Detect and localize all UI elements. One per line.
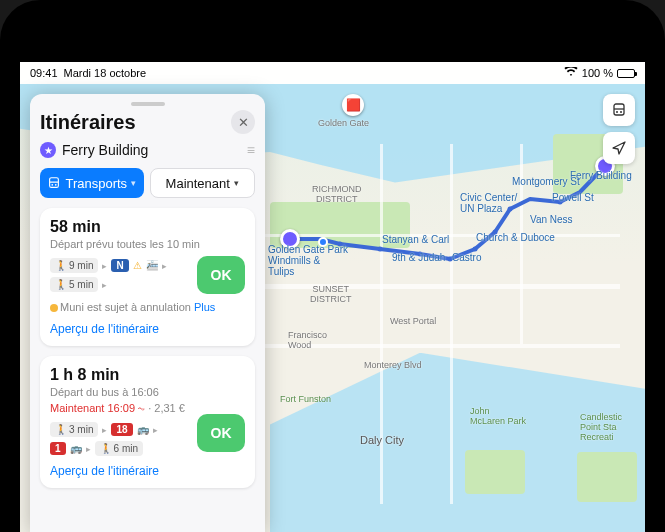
route-option-2[interactable]: 1 h 8 min Départ du bus à 16:06 Maintena… (40, 356, 255, 488)
label-church-duboce[interactable]: Church & Duboce (476, 232, 555, 243)
park-mclaren (465, 450, 525, 494)
route-option-1[interactable]: 58 min Départ prévu toutes les 10 min 🚶 … (40, 208, 255, 346)
route2-subtitle: Départ du bus à 16:06 (50, 386, 245, 398)
label-richmond: RICHMOND DISTRICT (312, 184, 362, 204)
go-button-1[interactable]: OK (197, 256, 245, 294)
label-9th-judah[interactable]: 9th & Judah (392, 252, 445, 263)
bus-icon: 🚌 (137, 424, 149, 435)
svg-point-4 (473, 247, 478, 252)
train-icon: 🚈 (146, 260, 158, 271)
label-daly: Daly City (360, 434, 404, 446)
svg-point-13 (52, 184, 54, 186)
label-stanyan[interactable]: Stanyan & Carl (382, 234, 449, 245)
preview-route-2[interactable]: Aperçu de l'itinéraire (50, 464, 245, 478)
label-mclaren: John McLaren Park (470, 406, 526, 426)
status-time: 09:41 (30, 67, 58, 79)
wifi-icon (564, 67, 578, 79)
destination-row[interactable]: ★ Ferry Building ≡ (40, 142, 255, 158)
depart-time-chip[interactable]: Maintenant ▾ (150, 168, 256, 198)
svg-point-14 (55, 184, 57, 186)
label-ggp[interactable]: Golden Gate Park Windmills & Tulips (268, 244, 348, 277)
walk-segment: 🚶 5 min (50, 277, 98, 292)
label-golden-gate: Golden Gate (318, 118, 369, 128)
battery-icon (617, 69, 635, 78)
label-fort-funston: Fort Funston (280, 394, 331, 404)
panel-grabber[interactable] (131, 102, 165, 106)
line-badge-18: 18 (111, 423, 132, 436)
label-fwood: Francisco Wood (288, 330, 327, 350)
reorder-icon[interactable]: ≡ (247, 142, 255, 158)
directions-panel: Itinéraires ✕ ★ Ferry Building ≡ Transpo… (30, 94, 265, 532)
battery-pct: 100 % (582, 67, 613, 79)
label-montgomery[interactable]: Montgomery St (512, 176, 580, 187)
locate-me-button[interactable] (603, 132, 635, 164)
status-bar: 09:41 Mardi 18 octobre 100 % (20, 62, 645, 84)
label-van-ness[interactable]: Van Ness (530, 214, 573, 225)
alert-dot-icon (50, 304, 58, 312)
route2-duration: 1 h 8 min (50, 366, 245, 384)
park-candlestick (577, 452, 637, 502)
label-candlestick: Candlestic Point Sta Recreati (580, 412, 622, 442)
route1-subtitle: Départ prévu toutes les 10 min (50, 238, 245, 250)
destination-icon: ★ (40, 142, 56, 158)
label-west-portal: West Portal (390, 316, 436, 326)
walk-segment: 🚶 9 min (50, 258, 98, 273)
transit-mode-button[interactable] (603, 94, 635, 126)
panel-title: Itinéraires (40, 111, 136, 134)
label-monterey: Monterey Blvd (364, 360, 422, 370)
walk-segment: 🚶 3 min (50, 422, 98, 437)
line-badge-n: N (111, 259, 128, 272)
walk-segment: 🚶 6 min (95, 441, 143, 456)
transport-mode-chip[interactable]: Transports ▾ (40, 168, 144, 198)
bus-icon: 🚌 (70, 443, 82, 454)
svg-point-9 (616, 111, 618, 113)
label-castro[interactable]: Castro (452, 252, 481, 263)
transit-icon (47, 176, 61, 190)
label-sunset: SUNSET DISTRICT (310, 284, 352, 304)
label-powell[interactable]: Powell St (552, 192, 594, 203)
close-button[interactable]: ✕ (231, 110, 255, 134)
warning-icon: ⚠︎ (133, 260, 142, 271)
live-icon: ⏦ (138, 402, 148, 414)
status-date: Mardi 18 octobre (64, 67, 147, 79)
destination-name: Ferry Building (62, 142, 241, 158)
route1-duration: 58 min (50, 218, 245, 236)
label-civic-center[interactable]: Civic Center/ UN Plaza (460, 192, 517, 214)
line-badge-1: 1 (50, 442, 66, 455)
preview-route-1[interactable]: Aperçu de l'itinéraire (50, 322, 245, 336)
alert-more-link[interactable]: Plus (194, 301, 215, 313)
chevron-down-icon: ▾ (131, 178, 136, 188)
route2-live-info: Maintenant 16:09 ⏦ · 2,31 € (50, 402, 245, 414)
svg-point-10 (620, 111, 622, 113)
chevron-down-icon: ▾ (234, 178, 239, 188)
route1-alert: Muni est sujet à annulation Plus (50, 300, 245, 314)
go-button-2[interactable]: OK (197, 414, 245, 452)
landmark-golden-gate[interactable]: 🟥 (342, 94, 364, 116)
